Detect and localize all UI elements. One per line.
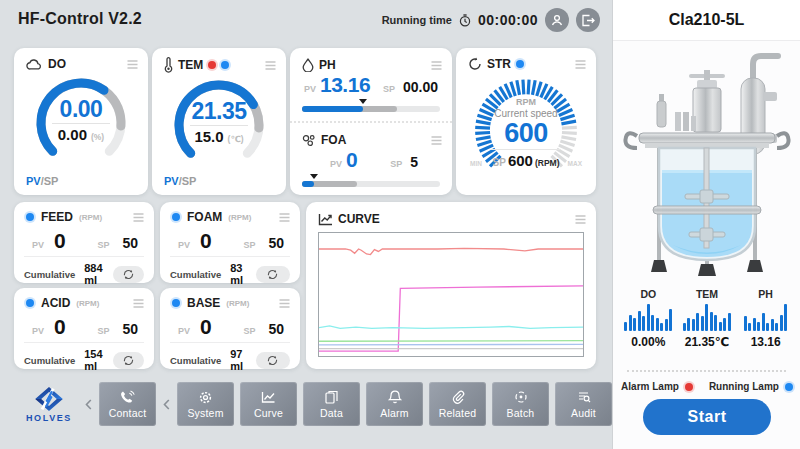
alarm-lamp-label: Alarm Lamp <box>621 381 679 392</box>
do-pv-value: 0.00 <box>14 97 148 121</box>
stat-bars <box>683 304 731 331</box>
foam-status-dot <box>172 213 180 221</box>
nav-item-label: Alarm <box>380 407 408 419</box>
ph-sp-value: 00.00 <box>403 79 438 95</box>
logout-button[interactable] <box>576 8 600 32</box>
menu-icon[interactable] <box>279 213 290 222</box>
curve-card: CURVE <box>306 202 596 369</box>
ph-pv-value: 13.16 <box>320 73 370 97</box>
stat-value: 21.35℃ <box>685 335 730 349</box>
tem-card: TEM 21.35 15.0(℃) PV/SP <box>152 48 286 195</box>
stat-value: 0.00% <box>631 335 665 349</box>
panel-divider <box>627 370 786 372</box>
acid-sp-value: 50 <box>122 321 138 337</box>
foam-cumulative: 83 ml <box>230 262 255 286</box>
app-title: HF-Control V2.2 <box>18 10 142 28</box>
feed-pv-value: 0 <box>54 229 65 253</box>
foa-section: FOA PV 0 SP 5 <box>290 123 452 194</box>
nav-item-related[interactable]: Related <box>429 382 486 426</box>
nav-item-label: Curve <box>254 407 283 419</box>
nav-item-label: Contact <box>109 407 147 419</box>
batch-icon <box>514 390 528 405</box>
hf-control-app: HF-Control V2.2 Running time 00:00:00 DO… <box>0 0 800 449</box>
pv-sp-legend: PV/SP <box>26 175 58 187</box>
str-running-dot <box>516 60 524 68</box>
stat-do: DO0.00% <box>620 288 676 349</box>
rotate-icon <box>468 57 482 71</box>
foa-progress-bar <box>302 181 440 187</box>
nav-item-system[interactable]: System <box>177 382 234 426</box>
do-unit: (%) <box>91 132 104 142</box>
menu-icon[interactable] <box>279 299 290 308</box>
feed-sp-value: 50 <box>122 235 138 251</box>
reset-icon <box>266 269 279 280</box>
nav-item-label: Related <box>439 407 477 419</box>
reset-button[interactable] <box>113 266 144 283</box>
nav-item-data[interactable]: Data <box>303 382 360 426</box>
nav-item-label: Data <box>320 407 343 419</box>
lamp-row: Alarm Lamp Running Lamp <box>613 381 800 392</box>
bioreactor-graphic <box>613 42 800 286</box>
str-value: 600 <box>456 119 596 147</box>
menu-icon[interactable] <box>133 299 144 308</box>
reset-button[interactable] <box>113 352 144 369</box>
menu-icon[interactable] <box>431 136 442 145</box>
ph-section: PH PV 13.16 SP 00.00 <box>290 48 452 123</box>
stat-bars <box>744 304 788 331</box>
pv-sp-legend: PV/SP <box>164 175 196 187</box>
user-button[interactable] <box>545 8 569 32</box>
start-button[interactable]: Start <box>643 399 771 435</box>
clock-icon <box>459 14 471 27</box>
stat-value: 13.16 <box>751 335 781 349</box>
device-title: Cla210-5L <box>613 0 800 41</box>
bottom-nav: HOLVES Contact SystemCurveDataAlarmRelat… <box>0 380 612 428</box>
nav-item-batch[interactable]: Batch <box>492 382 549 426</box>
nav-item-label: Audit <box>571 407 596 419</box>
menu-icon[interactable] <box>431 61 442 70</box>
foa-pv-value: 0 <box>346 148 357 172</box>
trend-chart[interactable] <box>318 232 584 357</box>
card-title: PH <box>319 58 336 72</box>
device-panel: Cla210-5L <box>612 0 800 449</box>
related-icon <box>451 390 465 405</box>
chevron-left-icon[interactable] <box>84 399 93 410</box>
menu-icon[interactable] <box>265 61 276 70</box>
chevron-left-icon[interactable] <box>162 399 171 410</box>
nav-item-alarm[interactable]: Alarm <box>366 382 423 426</box>
card-title: CURVE <box>338 212 380 226</box>
running-time-label: Running time <box>382 14 452 26</box>
stat-label: DO <box>640 288 656 300</box>
reset-icon <box>122 269 135 280</box>
reset-button[interactable] <box>256 266 290 283</box>
tem-alarm-dot <box>208 61 216 69</box>
menu-icon[interactable] <box>575 215 586 224</box>
audit-icon <box>577 390 591 405</box>
nav-item-label: System <box>187 407 223 419</box>
feed-status-dot <box>26 213 34 221</box>
nav-item-curve[interactable]: Curve <box>240 382 297 426</box>
alarm-icon <box>388 390 402 405</box>
nav-item-contact[interactable]: Contact <box>99 382 156 426</box>
data-icon <box>325 390 338 405</box>
ph-progress-bar <box>302 106 440 112</box>
reset-button[interactable] <box>256 352 290 369</box>
top-bar: HF-Control V2.2 Running time 00:00:00 <box>0 0 612 40</box>
running-lamp-dot <box>785 383 793 391</box>
menu-icon[interactable] <box>127 60 138 69</box>
foam-icon <box>302 134 316 147</box>
base-sp-value: 50 <box>268 321 284 337</box>
nav-item-audit[interactable]: Audit <box>555 382 612 426</box>
do-sp-value: 0.00 <box>58 126 87 143</box>
chart-icon <box>318 213 333 226</box>
ph-foa-card: PH PV 13.16 SP 00.00 FOA PV 0 SP <box>290 48 452 195</box>
do-card: DO 0.00 0.00(%) PV/SP <box>14 48 148 195</box>
reset-icon <box>266 355 279 366</box>
base-cumulative: 97 ml <box>230 348 255 372</box>
foam-pv-value: 0 <box>200 229 211 253</box>
user-icon <box>550 13 564 27</box>
holves-logo: HOLVES <box>20 386 78 423</box>
foam-sp-value: 50 <box>268 235 284 251</box>
menu-icon[interactable] <box>575 60 586 69</box>
menu-icon[interactable] <box>133 213 144 222</box>
acid-pv-value: 0 <box>54 315 65 339</box>
